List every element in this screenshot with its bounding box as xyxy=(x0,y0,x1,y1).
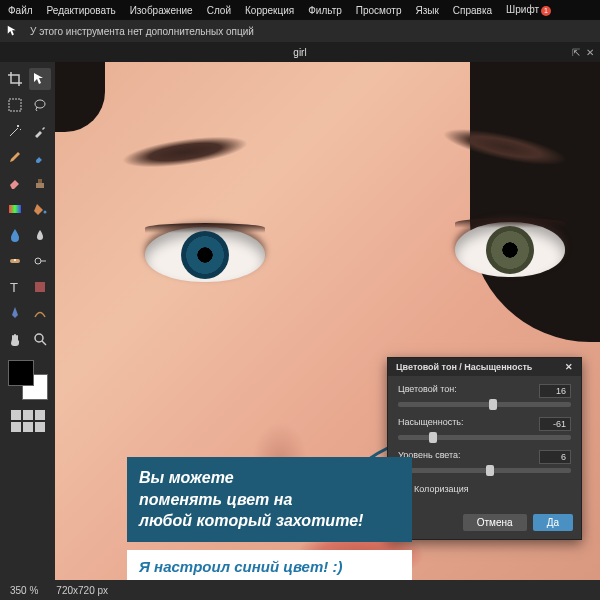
svg-rect-3 xyxy=(38,179,42,183)
hue-label: Цветовой тон: xyxy=(398,384,457,398)
cancel-button[interactable]: Отмена xyxy=(463,514,527,531)
menu-layer[interactable]: Слой xyxy=(207,5,231,16)
menu-bar: Файл Редактировать Изображение Слой Корр… xyxy=(0,0,600,20)
hand-tool[interactable] xyxy=(4,328,26,350)
options-bar: У этого инструмента нет дополнительных о… xyxy=(0,20,600,42)
thumbnail-grid-icon[interactable] xyxy=(11,410,45,432)
zoom-tool[interactable] xyxy=(29,328,51,350)
smudge-tool[interactable] xyxy=(29,224,51,246)
zoom-level[interactable]: 350 % xyxy=(10,585,38,596)
saturation-slider[interactable] xyxy=(398,435,571,440)
hue-saturation-panel: Цветовой тон / Насыщенность ✕ Цветовой т… xyxy=(387,357,582,540)
status-bar: 350 % 720x720 px xyxy=(0,580,600,600)
pen-tool[interactable] xyxy=(4,302,26,324)
wand-tool[interactable] xyxy=(4,120,26,142)
annotation-callout-1: Вы можете поменять цвет на любой который… xyxy=(127,457,412,542)
colorize-checkbox[interactable]: ✓ Колоризация xyxy=(398,483,571,494)
eyedropper-tool[interactable] xyxy=(29,120,51,142)
hue-value[interactable]: 16 xyxy=(539,384,571,398)
menu-help[interactable]: Справка xyxy=(453,5,492,16)
close-icon[interactable]: ✕ xyxy=(586,47,594,58)
svg-point-1 xyxy=(35,100,45,108)
menu-view[interactable]: Просмотр xyxy=(356,5,402,16)
gradient-tool[interactable] xyxy=(4,198,26,220)
pencil-tool[interactable] xyxy=(4,146,26,168)
blur-tool[interactable] xyxy=(4,224,26,246)
clone-tool[interactable] xyxy=(29,172,51,194)
svg-rect-0 xyxy=(9,99,21,111)
shape-tool[interactable] xyxy=(29,276,51,298)
heal-tool[interactable] xyxy=(4,250,26,272)
marquee-tool[interactable] xyxy=(4,94,26,116)
colorize-label: Колоризация xyxy=(414,484,469,494)
menu-language[interactable]: Язык xyxy=(415,5,438,16)
canvas[interactable]: Цветовой тон / Насыщенность ✕ Цветовой т… xyxy=(55,62,600,600)
svg-rect-2 xyxy=(36,183,44,188)
lasso-tool[interactable] xyxy=(29,94,51,116)
menu-file[interactable]: Файл xyxy=(8,5,33,16)
menu-edit[interactable]: Редактировать xyxy=(47,5,116,16)
menu-correction[interactable]: Коррекция xyxy=(245,5,294,16)
path-tool[interactable] xyxy=(29,302,51,324)
saturation-value[interactable]: -61 xyxy=(539,417,571,431)
svg-point-7 xyxy=(35,258,41,264)
font-badge-icon: 1 xyxy=(541,6,551,16)
document-title: girl xyxy=(293,47,306,58)
svg-point-10 xyxy=(35,334,43,342)
panel-titlebar[interactable]: Цветовой тон / Насыщенность ✕ xyxy=(388,358,581,376)
menu-font[interactable]: Шрифт1 xyxy=(506,4,551,16)
bucket-tool[interactable] xyxy=(29,198,51,220)
panel-title-text: Цветовой тон / Насыщенность xyxy=(396,362,532,372)
eraser-tool[interactable] xyxy=(4,172,26,194)
svg-text:T: T xyxy=(10,280,18,295)
dodge-tool[interactable] xyxy=(29,250,51,272)
saturation-label: Насыщенность: xyxy=(398,417,464,431)
svg-rect-9 xyxy=(35,282,45,292)
move-tool[interactable] xyxy=(29,68,51,90)
menu-filter[interactable]: Фильтр xyxy=(308,5,342,16)
options-message: У этого инструмента нет дополнительных о… xyxy=(30,26,254,37)
menu-image[interactable]: Изображение xyxy=(130,5,193,16)
panel-close-icon[interactable]: ✕ xyxy=(565,362,573,372)
svg-rect-4 xyxy=(9,205,21,213)
document-titlebar: girl ⇱ ✕ xyxy=(0,42,600,62)
lightness-slider[interactable] xyxy=(398,468,571,473)
move-tool-icon xyxy=(6,24,20,38)
lightness-value[interactable]: 6 xyxy=(539,450,571,464)
ok-button[interactable]: Да xyxy=(533,514,573,531)
unpin-icon[interactable]: ⇱ xyxy=(572,47,580,58)
foreground-color-swatch[interactable] xyxy=(8,360,34,386)
svg-point-5 xyxy=(44,211,47,214)
hue-slider[interactable] xyxy=(398,402,571,407)
color-swatches[interactable] xyxy=(8,360,48,400)
tool-palette: T xyxy=(0,62,55,600)
annotation-callout-2: Я настроил синий цвет! :) xyxy=(127,550,412,583)
text-tool[interactable]: T xyxy=(4,276,26,298)
crop-tool[interactable] xyxy=(4,68,26,90)
canvas-dimensions: 720x720 px xyxy=(56,585,108,596)
brush-tool[interactable] xyxy=(29,146,51,168)
